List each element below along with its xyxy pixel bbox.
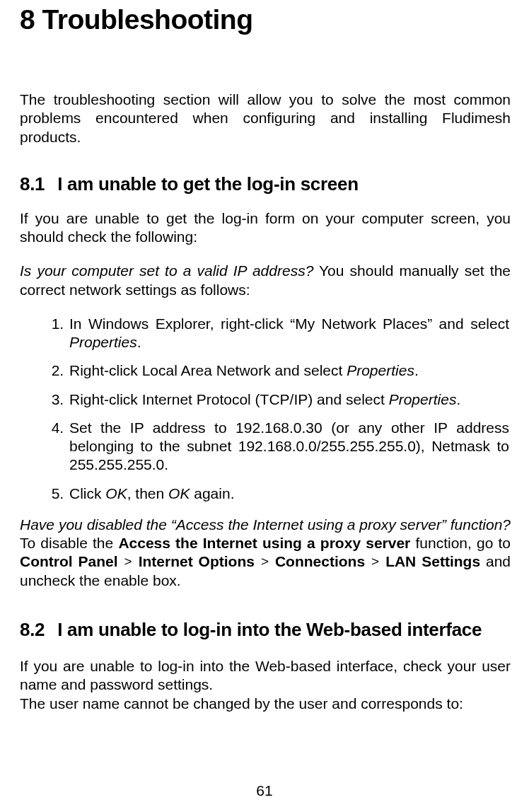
step-3-text-a: Right-click Internet Protocol (TCP/IP) a…	[69, 391, 389, 407]
proxy-text-c: function, go to	[410, 535, 511, 551]
question-1-italic: Is your computer set to a valid IP addre…	[20, 262, 313, 279]
section-8-2-heading: 8.2 I am unable to log-in into the Web-b…	[20, 618, 511, 642]
step-2-text-a: Right-click Local Area Network and selec…	[69, 362, 347, 378]
step-1-text-a: In Windows Explorer, right-click “My Net…	[69, 315, 509, 332]
step-5-text-e: again.	[190, 485, 234, 501]
question-ip-address: Is your computer set to a valid IP addre…	[20, 262, 511, 299]
proxy-bold-1: Access the Internet using a proxy server	[118, 535, 410, 551]
step-5-italic-2: OK	[168, 485, 190, 501]
step-3: Right-click Internet Protocol (TCP/IP) a…	[68, 390, 509, 409]
section-8-2-p1: If you are unable to log-in into the Web…	[20, 657, 511, 695]
step-3-italic: Properties	[389, 391, 457, 407]
question-2-italic: Have you disabled the “Access the Intern…	[20, 516, 511, 533]
page-number: 61	[0, 782, 529, 799]
question-proxy: Have you disabled the “Access the Intern…	[20, 516, 511, 590]
chapter-intro: The troubleshooting section will allow y…	[20, 91, 511, 146]
proxy-text-a: To disable the	[20, 535, 118, 551]
step-1: In Windows Explorer, right-click “My Net…	[68, 315, 509, 352]
gt-icon: >	[124, 553, 133, 570]
document-page: 8 Troubleshooting The troubleshooting se…	[0, 0, 529, 812]
step-5-text-a: Click	[69, 485, 105, 501]
step-5-text-c: , then	[127, 485, 168, 501]
step-5-italic-1: OK	[105, 485, 127, 501]
step-2-text-c: .	[414, 362, 419, 378]
section-8-1-lead: If you are unable to get the log-in form…	[20, 209, 511, 247]
step-2-italic: Properties	[347, 362, 414, 378]
path-connections: Connections	[275, 553, 365, 569]
gt-icon: >	[371, 553, 380, 570]
step-1-text-c: .	[137, 334, 141, 350]
chapter-number: 8	[20, 4, 35, 35]
step-4: Set the IP address to 192.168.0.30 (or a…	[68, 419, 509, 475]
section-8-2-p2: The user name cannot be changed by the u…	[20, 695, 511, 713]
gt-icon: >	[260, 553, 269, 570]
section-title-text: I am unable to log-in into the Web-based…	[57, 618, 482, 642]
section-number: 8.1	[20, 173, 45, 195]
step-1-italic: Properties	[69, 334, 137, 350]
chapter-title: 8 Troubleshooting	[20, 0, 511, 91]
path-lan-settings: LAN Settings	[385, 553, 480, 569]
step-2: Right-click Local Area Network and selec…	[68, 361, 509, 380]
section-number: 8.2	[20, 618, 45, 642]
step-5: Click OK, then OK again.	[68, 485, 509, 503]
chapter-title-text: Troubleshooting	[42, 4, 253, 35]
steps-list: In Windows Explorer, right-click “My Net…	[20, 315, 511, 503]
section-8-1-heading: 8.1 I am unable to get the log-in screen	[20, 173, 511, 195]
path-internet-options: Internet Options	[139, 553, 255, 569]
step-3-text-c: .	[456, 391, 460, 407]
path-control-panel: Control Panel	[20, 553, 118, 569]
section-title-text: I am unable to get the log-in screen	[57, 173, 359, 195]
